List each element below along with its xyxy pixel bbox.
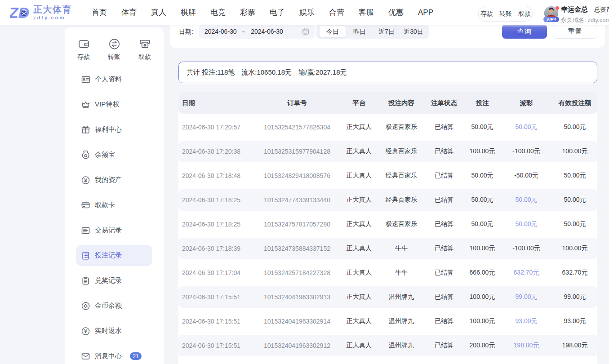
table-row[interactable]: 2024-06-30 17:15:51 1015324041963302912 …: [178, 333, 597, 358]
sidebar-menu-item[interactable]: 个人资料: [76, 69, 152, 90]
date-from-value[interactable]: 2024-06-30: [204, 28, 237, 35]
nav-item[interactable]: 彩票: [233, 0, 262, 25]
nav-item[interactable]: 体育: [114, 0, 144, 25]
sidebar-menu-item[interactable]: 取款卡: [76, 195, 152, 216]
cell-status: 已结算: [424, 269, 464, 277]
table-row[interactable]: 2024-06-30 17:20:57 1015325421577826304 …: [178, 115, 597, 139]
reset-button[interactable]: 重置: [553, 24, 597, 39]
sidebar-menu-item[interactable]: 投注记录: [76, 245, 152, 266]
sidebar-menu-item[interactable]: 兑奖记录: [76, 270, 152, 291]
search-button[interactable]: 查询: [502, 24, 547, 39]
cell-order-number: 1015325315977904128: [255, 148, 339, 155]
table-row[interactable]: 2024-06-30 17:18:25 1015324774339133440 …: [178, 188, 597, 212]
nav-item[interactable]: 合营: [322, 0, 351, 25]
nav-item[interactable]: 棋牌: [173, 0, 203, 25]
sidebar-menu-label: 投注记录: [95, 251, 122, 260]
cell-bet-content: 牛牛: [379, 244, 424, 253]
quick-action-icon: [108, 38, 120, 50]
wallet-action-button[interactable]: 取款: [515, 10, 534, 18]
table-row[interactable]: 2024-06-30 17:18:25 1015324757817057280 …: [178, 212, 597, 236]
sidebar-menu-label: 兑奖记录: [95, 276, 122, 285]
cell-payout: 50.00元: [500, 196, 552, 204]
cell-order-number: 1015324041963302914: [255, 318, 339, 325]
wallet-action-button[interactable]: 存款: [477, 10, 496, 18]
quick-range-option[interactable]: 昨日: [346, 25, 373, 38]
total-assets-label: 总资产:: [594, 6, 609, 14]
nav-item[interactable]: 电竞: [203, 0, 233, 25]
cell-status: 已结算: [424, 147, 464, 155]
cell-bet-amount: 666.00元: [464, 269, 500, 277]
quick-action[interactable]: 取款: [129, 38, 160, 61]
sidebar-menu-label: 交易记录: [95, 226, 122, 235]
table-header-cell: 投注内容: [379, 99, 424, 107]
sidebar-menu-icon: [81, 327, 90, 336]
cell-platform: 正大真人: [339, 317, 379, 325]
sidebar-menu-item[interactable]: 交易记录: [76, 220, 152, 241]
sidebar-menu-label: 余额宝: [95, 151, 115, 159]
date-range-input[interactable]: 2024-06-30 ~ 2024-06-30: [199, 24, 315, 39]
table-header-cell: 注单状态: [424, 99, 464, 107]
sidebar-quick-actions: 存款 转账 取款: [65, 27, 164, 61]
quick-action[interactable]: 存款: [68, 38, 99, 61]
quick-action-icon: [78, 38, 90, 50]
table-row[interactable]: 2024-06-30 17:20:38 1015325315977904128 …: [178, 139, 597, 164]
nav-item[interactable]: 首页: [84, 0, 114, 25]
nav-item[interactable]: 娱乐: [292, 0, 322, 25]
sidebar-menu-icon: [81, 302, 90, 311]
sidebar-menu-item[interactable]: 消息中心 21: [76, 346, 152, 364]
nav-item[interactable]: APP: [411, 0, 440, 25]
avatar-wrap: VIP4: [544, 0, 559, 25]
sidebar-menu-icon: [81, 276, 90, 285]
sidebar-menu-item[interactable]: 余额宝: [76, 144, 152, 165]
cell-payout: -100.00元: [500, 147, 552, 155]
sidebar-menu-label: 消息中心: [95, 352, 122, 360]
cell-platform: 正大真人: [339, 244, 379, 253]
table-row[interactable]: 2024-06-30 17:15:51 1015324041963302913 …: [178, 285, 597, 309]
sidebar-menu-icon: [81, 100, 90, 109]
table-row[interactable]: 2024-06-30 17:18:48 1015324829418008576 …: [178, 164, 597, 188]
brand-text: 正大体育 zdty.com: [33, 4, 72, 20]
sidebar-menu-item[interactable]: VIP特权: [76, 94, 152, 115]
cell-bet-amount: 100.00元: [464, 317, 500, 325]
sidebar-menu-item[interactable]: 金币余额: [76, 295, 152, 316]
cell-bet-amount: 50.00元: [464, 220, 500, 228]
cell-platform: 正大真人: [339, 269, 379, 277]
sidebar-menu-icon: [81, 352, 90, 361]
cell-date: 2024-06-30 17:15:51: [178, 293, 255, 301]
table-header-cell: 派彩: [500, 99, 552, 107]
table-row[interactable]: 2024-06-30 17:18:39 1015324735884337152 …: [178, 236, 597, 261]
date-filter-label: 日期:: [179, 24, 193, 39]
cell-date: 2024-06-30 17:18:48: [178, 172, 255, 179]
sidebar-menu-item[interactable]: 实时返水: [76, 320, 152, 342]
date-to-value[interactable]: 2024-06-30: [251, 28, 283, 35]
sidebar-menu-item[interactable]: 福利中心: [76, 119, 152, 140]
cell-order-number: 1015324041963302913: [255, 293, 339, 301]
quick-range-option[interactable]: 近30日: [400, 25, 427, 38]
sidebar-menu-icon: [81, 125, 90, 134]
wallet-actions: 存款 转账 取款: [478, 6, 533, 22]
quick-range-option[interactable]: 今日: [319, 25, 346, 38]
cell-date: 2024-06-30 17:18:25: [178, 196, 255, 204]
quick-action[interactable]: 转账: [99, 38, 129, 61]
sidebar-menu-label: 我的资产: [95, 176, 122, 184]
sidebar-menu-item[interactable]: 我的资产: [76, 169, 152, 191]
summary-segment: 共计 投注:118笔: [187, 68, 235, 77]
table-row[interactable]: 2024-06-30 17:17:04 1015324257184227328 …: [178, 261, 597, 285]
cell-order-number: 1015324829418008576: [255, 172, 339, 179]
quick-action-label: 取款: [138, 53, 151, 61]
calendar-icon[interactable]: [302, 28, 309, 35]
sidebar-menu-icon: [81, 226, 90, 235]
cell-bet-content: 温州牌九: [379, 342, 424, 350]
cell-order-number: 1015324257184227328: [255, 269, 339, 276]
brand-logo[interactable]: ZD 正大体育 zdty.com: [10, 4, 72, 22]
cell-status: 已结算: [424, 220, 464, 228]
table-row[interactable]: 2024-06-30 17:15:51 1015324041963302914 …: [178, 309, 597, 333]
nav-item[interactable]: 电子: [262, 0, 292, 25]
cell-valid-bet: 99.00元: [552, 293, 597, 301]
quick-range-option[interactable]: 近7日: [373, 25, 400, 38]
nav-item[interactable]: 优惠: [381, 0, 411, 25]
brand-name: 正大体育: [33, 4, 72, 15]
nav-item[interactable]: 客服: [351, 0, 381, 25]
wallet-action-button[interactable]: 转账: [496, 10, 515, 18]
nav-item[interactable]: 真人: [144, 0, 173, 25]
